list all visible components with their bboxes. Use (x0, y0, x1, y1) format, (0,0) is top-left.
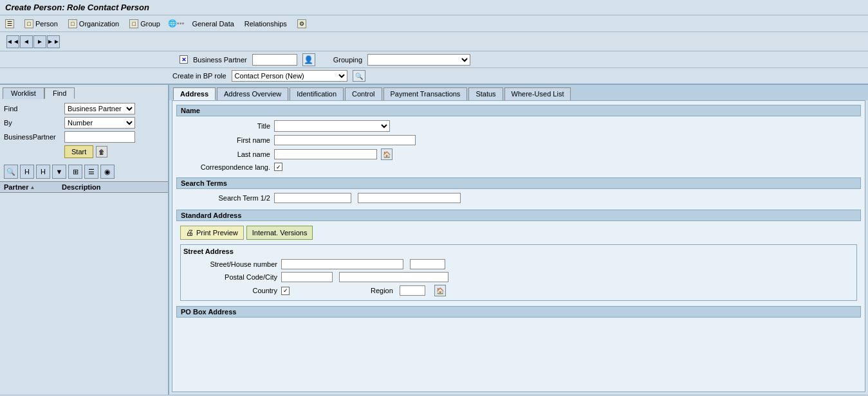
tab-where-used-list[interactable]: Where-Used List (504, 87, 571, 100)
city-input[interactable] (339, 272, 448, 282)
first-name-label: First name (180, 136, 270, 144)
street-house-label: Street/House number (187, 260, 277, 268)
grouping-label: Grouping (333, 56, 362, 64)
menu-person-label: Person (35, 20, 58, 28)
find-tool-h1[interactable]: H (20, 165, 34, 179)
by-label: By (4, 119, 62, 127)
tab-find[interactable]: Find (44, 87, 75, 99)
country-label: Country (187, 287, 277, 294)
street-house-row: Street/House number (183, 258, 854, 271)
menu-general-data-label: General Data (192, 20, 234, 28)
search-terms-header: Search Terms (176, 177, 861, 189)
region-label: Region (371, 287, 393, 294)
person-menu-icon: □ (24, 19, 33, 28)
postal-code-row: Postal Code/City (183, 271, 854, 284)
menu-organization[interactable]: □ Organization (66, 19, 122, 29)
print-icon: 🖨 (186, 228, 194, 237)
main-menu-icon: ☰ (5, 19, 14, 28)
bp-label: Business Partner (193, 56, 247, 64)
title-row: Title (176, 119, 861, 133)
name-section-header: Name (176, 105, 861, 116)
bp-row: ✕ Business Partner 👤 Grouping (0, 51, 868, 68)
first-name-input[interactable] (274, 135, 416, 145)
right-panel: Address Address Overview Identification … (169, 85, 868, 395)
find-row-bp: BusinessPartner (4, 131, 164, 143)
bp-person-icon[interactable]: 👤 (302, 53, 315, 66)
search-term-row: Search Term 1/2 (176, 192, 861, 204)
nav-last-btn[interactable]: ►► (47, 35, 60, 48)
by-select[interactable]: Number (64, 117, 135, 129)
find-tool-h2[interactable]: H (36, 165, 50, 179)
toolbar: ◄◄ ◄ ► ►► (0, 32, 868, 51)
street-address-header: Street Address (183, 248, 854, 255)
tab-control[interactable]: Control (345, 87, 382, 100)
find-tool-list[interactable]: ☰ (84, 165, 98, 179)
find-tool-circle[interactable]: ◉ (100, 165, 115, 179)
standard-address-section: Standard Address 🖨 Print Preview Interna… (176, 210, 861, 301)
menu-settings-icon-btn[interactable]: ⚙ (295, 19, 309, 29)
print-preview-button[interactable]: 🖨 Print Preview (180, 226, 244, 240)
menu-relationships[interactable]: Relationships (242, 19, 290, 28)
menu-org-label: Organization (79, 20, 119, 28)
bp-checkbox[interactable]: ✕ (180, 55, 188, 64)
delete-btn[interactable]: 🗑 (96, 146, 107, 158)
menu-bar: ☰ □ Person □ Organization □ Group 🌐••• G… (0, 15, 868, 32)
tab-status[interactable]: Status (468, 87, 503, 100)
region-input[interactable] (400, 285, 425, 296)
tab-address-overview[interactable]: Address Overview (217, 87, 288, 100)
country-addr-icon[interactable]: 🏠 (434, 285, 446, 296)
bp-field-input[interactable] (64, 131, 135, 143)
start-button[interactable]: Start (64, 145, 93, 158)
find-row-by: By Number (4, 117, 164, 129)
main-layout: Worklist Find Find Business Partner By N… (0, 85, 868, 395)
tab-worklist[interactable]: Worklist (3, 87, 44, 99)
postal-code-input[interactable] (281, 272, 333, 282)
correspondence-lang-check[interactable]: ✓ (274, 163, 282, 171)
role-select[interactable]: Contact Person (New) (232, 70, 347, 82)
tabs-row: Address Address Overview Identification … (169, 85, 868, 100)
find-tool-grid[interactable]: ⊞ (68, 165, 82, 179)
find-select[interactable]: Business Partner (64, 103, 135, 114)
menu-group[interactable]: □ Group (127, 19, 163, 29)
search-term-input-1[interactable] (274, 193, 351, 203)
grouping-select[interactable] (367, 54, 470, 66)
group-menu-icon: □ (129, 19, 138, 28)
find-row-find: Find Business Partner (4, 103, 164, 114)
menu-group-label: Group (140, 20, 160, 28)
role-search-btn[interactable]: 🔍 (353, 70, 365, 82)
bp-input[interactable] (252, 54, 297, 66)
tab-identification[interactable]: Identification (290, 87, 344, 100)
search-term-input-2[interactable] (358, 193, 461, 203)
partner-col-header: Partner ▲ (4, 183, 62, 191)
last-name-row: Last name 🏠 (176, 147, 861, 161)
nav-prev-btn[interactable]: ◄ (20, 35, 33, 48)
nav-first-btn[interactable]: ◄◄ (6, 35, 19, 48)
role-label: Create in BP role (172, 72, 226, 80)
menu-icon-main[interactable]: ☰ (3, 19, 17, 29)
correspondence-lang-row: Correspondence lang. ✓ (176, 161, 861, 172)
menu-person[interactable]: □ Person (22, 19, 60, 29)
nav-next-btn[interactable]: ► (33, 35, 46, 48)
first-name-row: First name (176, 133, 861, 147)
address-buttons: 🖨 Print Preview Internat. Versions (176, 224, 861, 242)
correspondence-lang-label: Correspondence lang. (180, 163, 270, 171)
po-box-section: PO Box Address (176, 306, 861, 318)
street-input[interactable] (281, 259, 403, 269)
org-menu-icon: □ (68, 19, 77, 28)
name-section: Name Title First name Last name 🏠 (176, 105, 861, 172)
last-name-addr-icon[interactable]: 🏠 (381, 148, 392, 160)
house-number-input[interactable] (410, 259, 445, 269)
tab-address[interactable]: Address (173, 87, 216, 100)
postal-code-label: Postal Code/City (187, 273, 277, 281)
menu-general-data[interactable]: General Data (189, 19, 236, 28)
country-check[interactable]: ✓ (281, 287, 290, 295)
find-tool-search[interactable]: 🔍 (4, 165, 18, 179)
internat-versions-button[interactable]: Internat. Versions (246, 226, 313, 240)
partner-list-header: Partner ▲ Description (0, 181, 168, 193)
page-title: Create Person: Role Contact Person (5, 3, 149, 12)
title-select[interactable] (274, 120, 390, 132)
tab-payment-transactions[interactable]: Payment Transactions (383, 87, 468, 100)
find-tool-filter[interactable]: ▼ (52, 165, 66, 179)
last-name-input[interactable] (274, 149, 377, 159)
find-toolbar: 🔍 H H ▼ ⊞ ☰ ◉ (0, 162, 168, 181)
